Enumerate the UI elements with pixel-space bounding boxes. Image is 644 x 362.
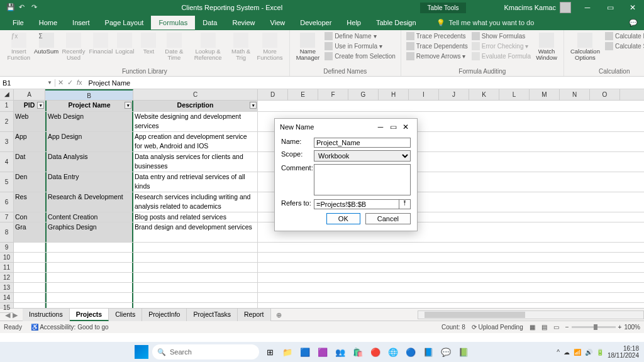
evaluate-formula-button[interactable]: Evaluate Formula <box>470 52 532 61</box>
trace-precedents-button[interactable]: Trace Precedents <box>405 31 469 41</box>
tab-view[interactable]: View <box>263 16 293 30</box>
row-header[interactable]: 12 <box>0 273 13 283</box>
refers-to-input[interactable] <box>314 199 399 209</box>
sheet-tab-projectinfo[interactable]: ProjectInfo <box>142 309 187 321</box>
undo-icon[interactable]: ↶ <box>19 3 28 12</box>
tab-help[interactable]: Help <box>339 16 369 30</box>
next-sheet-icon[interactable]: ▶ <box>13 311 18 319</box>
tab-home[interactable]: Home <box>31 16 65 30</box>
col-header-G[interactable]: G <box>348 89 379 100</box>
error-checking-button[interactable]: Error Checking ▾ <box>470 41 532 51</box>
col-header-B[interactable]: B <box>45 89 133 100</box>
app-icon[interactable]: 🟪 <box>316 345 330 359</box>
tab-developer[interactable]: Developer <box>292 16 339 30</box>
dialog-maximize-icon[interactable]: ▭ <box>387 123 399 131</box>
cell-description[interactable]: Data analysis services for clients and b… <box>133 152 258 172</box>
cell-project-name[interactable]: App Design <box>45 132 133 151</box>
sheet-tab-projects[interactable]: Projects <box>70 309 109 321</box>
lookup-button[interactable]: Lookup & Reference <box>188 31 228 63</box>
sheet-tab-projecttasks[interactable]: ProjectTasks <box>187 309 238 321</box>
col-header-I[interactable]: I <box>409 89 439 100</box>
row-header[interactable]: 2 <box>0 112 13 132</box>
row-header[interactable]: 7 <box>0 212 13 222</box>
status-accessibility[interactable]: ♿ Accessibility: Good to go <box>31 324 109 331</box>
filter-icon[interactable]: ▾ <box>37 102 44 109</box>
cell-project-name[interactable]: Graphics Design <box>45 222 133 242</box>
tab-data[interactable]: Data <box>195 16 225 30</box>
cell-pid[interactable]: Res <box>14 192 45 212</box>
enter-icon[interactable]: ✓ <box>67 79 73 87</box>
calculation-options-button[interactable]: Calculation Options <box>568 31 602 63</box>
tab-insert[interactable]: Insert <box>65 16 97 30</box>
wifi-icon[interactable]: 📶 <box>574 349 581 356</box>
horizontal-scrollbar[interactable] <box>418 310 644 319</box>
status-upload[interactable]: ⟳ Upload Pending <box>472 324 523 331</box>
chevron-up-icon[interactable]: ^ <box>557 349 560 356</box>
create-from-selection-button[interactable]: Create from Selection <box>323 52 397 61</box>
remove-arrows-button[interactable]: Remove Arrows ▾ <box>405 52 469 61</box>
zoom-out-button[interactable]: − <box>565 324 569 331</box>
row-header[interactable]: 1 <box>0 101 13 112</box>
comment-textarea[interactable] <box>314 164 411 195</box>
sheet-tab-report[interactable]: Report <box>238 309 271 321</box>
volume-icon[interactable]: 🔊 <box>585 349 592 356</box>
name-manager-button[interactable]: Name Manager <box>294 31 323 63</box>
row-header[interactable]: 8 <box>0 222 13 243</box>
cell-pid[interactable]: Gra <box>14 222 45 242</box>
col-header-F[interactable]: F <box>318 89 348 100</box>
dialog-minimize-icon[interactable]: ─ <box>374 123 387 131</box>
col-header-M[interactable]: M <box>530 89 560 100</box>
row-header[interactable]: 13 <box>0 283 13 293</box>
dialog-close-icon[interactable]: ✕ <box>399 123 412 131</box>
col-header-J[interactable]: J <box>439 89 469 100</box>
row-header[interactable]: 3 <box>0 132 13 152</box>
clock[interactable]: 16:1818/11/2024 <box>608 345 639 359</box>
header-project-name[interactable]: Project Name▾ <box>45 101 133 111</box>
share-button[interactable]: 💬 <box>623 17 644 29</box>
row-header[interactable]: 14 <box>0 293 13 303</box>
view-pagebreak-icon[interactable]: ▭ <box>553 324 559 331</box>
cell-description[interactable]: Data entry and retrieval services of all… <box>133 172 258 192</box>
row-header[interactable]: 5 <box>0 172 13 192</box>
tab-review[interactable]: Review <box>225 16 262 30</box>
cancel-button[interactable]: Cancel <box>365 213 411 224</box>
cell-project-name[interactable]: Data Analysis <box>45 152 133 172</box>
save-icon[interactable]: 💾 <box>6 3 15 12</box>
close-button[interactable]: ✕ <box>624 2 641 13</box>
row-header[interactable]: 11 <box>0 263 13 273</box>
more-functions-button[interactable]: More Functions <box>254 31 285 63</box>
view-pagelayout-icon[interactable]: ▤ <box>541 324 547 331</box>
mathtrig-button[interactable]: Math & Trig <box>229 31 253 63</box>
calculate-now-button[interactable]: Calculate Now <box>604 31 644 41</box>
tab-file[interactable]: File <box>5 16 31 30</box>
minimize-button[interactable]: ─ <box>579 2 596 13</box>
tab-formulas[interactable]: Formulas <box>151 16 195 30</box>
cell-pid[interactable]: Dat <box>14 152 45 172</box>
text-button[interactable]: Text <box>137 31 160 56</box>
store-icon[interactable]: 🛍️ <box>351 345 365 359</box>
excel-icon[interactable]: 📗 <box>457 345 470 359</box>
range-picker-icon[interactable]: ⭱ <box>399 199 411 209</box>
cell-project-name[interactable]: Content Creation <box>45 212 133 222</box>
row-header[interactable]: 6 <box>0 192 13 212</box>
cell-description[interactable]: Website designing and development servic… <box>133 112 258 131</box>
header-pid[interactable]: PID▾ <box>14 101 45 111</box>
chrome-icon[interactable]: 🌐 <box>386 345 400 359</box>
whatsapp-icon[interactable]: 💬 <box>439 345 453 359</box>
cell-project-name[interactable]: Web Design <box>45 112 133 131</box>
tab-tabledesign[interactable]: Table Design <box>369 16 424 30</box>
col-header-H[interactable]: H <box>379 89 409 100</box>
show-formulas-button[interactable]: Show Formulas <box>470 31 532 41</box>
name-box[interactable]: B1 ▼ <box>0 79 55 87</box>
cancel-icon[interactable]: ✕ <box>58 79 64 87</box>
row-header[interactable]: 9 <box>0 243 13 253</box>
col-header-N[interactable]: N <box>560 89 590 100</box>
cell-project-name[interactable]: Data Entry <box>45 172 133 192</box>
redo-icon[interactable]: ↷ <box>31 3 40 12</box>
col-header-L[interactable]: L <box>499 89 530 100</box>
onedrive-icon[interactable]: ☁ <box>564 349 570 356</box>
financial-button[interactable]: Financial <box>89 31 112 56</box>
sheet-tab-clients[interactable]: Clients <box>109 309 142 321</box>
user-account[interactable]: Kmacims Kamac <box>504 2 571 13</box>
col-header-A[interactable]: A <box>14 89 45 100</box>
